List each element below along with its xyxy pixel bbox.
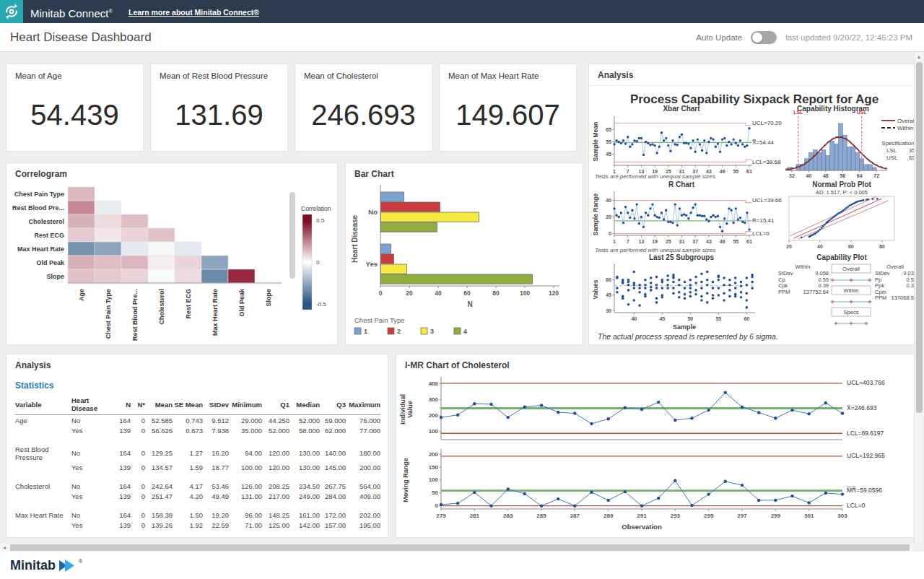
minitab-connect-logo[interactable] bbox=[0, 0, 23, 23]
svg-text:Chest Pain Type: Chest Pain Type bbox=[14, 191, 64, 198]
svg-text:45: 45 bbox=[606, 152, 611, 157]
stat-cell: 200.00 bbox=[346, 462, 380, 472]
stat-cell: 284.00 bbox=[320, 491, 346, 501]
svg-text:Within: Within bbox=[796, 264, 811, 270]
stat-variable: Max Heart Rate bbox=[15, 510, 71, 520]
stats-col-header: N bbox=[113, 395, 131, 415]
svg-text:2: 2 bbox=[397, 328, 401, 335]
vertical-scroll-thumb[interactable] bbox=[916, 62, 923, 413]
svg-text:0: 0 bbox=[435, 502, 439, 509]
learn-more-link[interactable]: Learn more about Minitab Connect® bbox=[128, 0, 259, 23]
horizontal-scroll-thumb[interactable] bbox=[10, 544, 910, 551]
svg-text:285: 285 bbox=[536, 513, 546, 519]
kpi-card-mean-max-hr: Mean of Max Heart Rate 149.607 bbox=[439, 64, 577, 152]
stat-cell: 0.673 bbox=[173, 425, 203, 435]
svg-text:USL: USL bbox=[857, 110, 868, 115]
svg-text:61: 61 bbox=[746, 169, 752, 174]
svg-text:49: 49 bbox=[720, 169, 725, 174]
svg-text:R̄=15.41: R̄=15.41 bbox=[752, 217, 775, 224]
stat-cell: 22.59 bbox=[203, 520, 229, 530]
svg-text:Sample: Sample bbox=[673, 323, 696, 331]
svg-text:303: 303 bbox=[837, 513, 847, 519]
page-footer: Minitab ® bbox=[0, 552, 924, 579]
svg-text:Cholesterol: Cholesterol bbox=[158, 289, 165, 325]
stat-cell: 96.00 bbox=[229, 510, 262, 520]
svg-text:100: 100 bbox=[520, 290, 530, 297]
svg-text:Specs: Specs bbox=[844, 309, 859, 315]
header-controls: Auto Update last updated 9/20/22, 12:45:… bbox=[696, 23, 912, 52]
svg-text:Age: Age bbox=[78, 289, 85, 301]
kpi-value: 149.607 bbox=[440, 99, 576, 131]
stat-cell: 139 bbox=[113, 520, 131, 530]
stat-variable bbox=[15, 425, 71, 435]
minitab-footer-logo: Minitab ® bbox=[10, 558, 82, 573]
kpi-value: 131.69 bbox=[151, 99, 287, 131]
svg-text:7: 7 bbox=[627, 239, 629, 244]
svg-text:56: 56 bbox=[840, 173, 845, 178]
stats-col-header: Mean bbox=[145, 395, 173, 415]
stat-variable bbox=[15, 491, 71, 501]
stat-cell: 94.00 bbox=[229, 444, 262, 462]
statistics-heading: Statistics bbox=[15, 380, 53, 391]
sixpack-svg: Process Capability Sixpack Report for Ag… bbox=[589, 86, 920, 344]
stats-col-header: Median bbox=[289, 395, 320, 415]
svg-text:R Chart: R Chart bbox=[668, 180, 695, 188]
stat-cell: 126.00 bbox=[229, 481, 262, 491]
panel-title: Analysis bbox=[15, 360, 51, 370]
table-row: Yes139056.6260.6737.93835.00052.00058.00… bbox=[15, 425, 380, 435]
stat-cell: 0 bbox=[131, 444, 145, 462]
stat-cell: 1.50 bbox=[173, 510, 203, 520]
svg-text:Tests are performed with unequ: Tests are performed with unequal sample … bbox=[595, 173, 717, 180]
svg-text:287: 287 bbox=[570, 513, 580, 519]
svg-text:Values: Values bbox=[592, 279, 599, 299]
svg-text:40: 40 bbox=[606, 198, 611, 203]
horizontal-scrollbar[interactable]: ◄ bbox=[0, 544, 912, 552]
sync-gear-icon bbox=[3, 3, 20, 20]
auto-update-toggle[interactable] bbox=[751, 31, 777, 44]
page-header: Heart Disease Dashboard Auto Update last… bbox=[0, 23, 924, 52]
stat-cell: 139 bbox=[113, 425, 131, 435]
svg-text:LCL=0: LCL=0 bbox=[847, 502, 866, 509]
svg-text:1: 1 bbox=[613, 239, 616, 244]
svg-text:1: 1 bbox=[364, 328, 367, 335]
analysis-statistics-panel: Analysis Statistics VariableHeart Diseas… bbox=[6, 354, 388, 538]
correlogram-panel: Correlogram Chest Pain TypeRest Blood Pr… bbox=[6, 162, 338, 345]
stat-cell: 142.00 bbox=[289, 520, 320, 530]
stat-cell: 130.00 bbox=[289, 444, 320, 462]
stat-cell: 564.00 bbox=[346, 481, 380, 491]
svg-text:X̿=54.44: X̿=54.44 bbox=[752, 139, 775, 146]
vertical-scrollbar[interactable]: ▲ bbox=[914, 52, 923, 544]
stat-cell: 140.00 bbox=[320, 444, 346, 462]
registered-mark: ® bbox=[108, 9, 112, 14]
stat-cell: 52.585 bbox=[145, 415, 173, 426]
stat-cell: No bbox=[71, 415, 113, 426]
scroll-up-arrow-icon[interactable]: ▲ bbox=[915, 52, 923, 61]
svg-text:Chest Pain Type: Chest Pain Type bbox=[105, 289, 112, 339]
registered-mark: ® bbox=[79, 559, 82, 564]
svg-text:80: 80 bbox=[879, 244, 885, 249]
svg-text:200: 200 bbox=[429, 451, 439, 458]
svg-text:150: 150 bbox=[429, 464, 439, 471]
svg-text:Rest ECG: Rest ECG bbox=[34, 232, 64, 239]
svg-text:283: 283 bbox=[503, 513, 513, 519]
scroll-left-arrow-icon[interactable]: ◄ bbox=[0, 544, 9, 552]
stat-cell: 134.57 bbox=[145, 462, 173, 472]
stat-cell: 120.00 bbox=[262, 444, 289, 462]
stat-cell: 129.25 bbox=[145, 444, 173, 462]
svg-text:Sample Range: Sample Range bbox=[592, 193, 599, 235]
stats-col-header: Maximum bbox=[346, 395, 380, 415]
stats-col-header: Variable bbox=[15, 395, 71, 415]
spacer-row bbox=[15, 472, 380, 481]
kpi-label: Mean of Age bbox=[15, 71, 62, 80]
imr-svg: 100200300400UCL=403.766X̄=246.693LCL=89.… bbox=[396, 373, 919, 539]
svg-text:Tests are performed with unequ: Tests are performed with unequal sample … bbox=[595, 247, 717, 253]
stat-cell: 0 bbox=[131, 520, 145, 530]
svg-text:289: 289 bbox=[603, 513, 614, 519]
svg-text:Cholesterol: Cholesterol bbox=[28, 218, 64, 225]
table-row: CholesterolNo1640242.644.1753.46126.0020… bbox=[15, 481, 380, 491]
svg-text:LSL: LSL bbox=[886, 147, 897, 154]
stat-cell: 164 bbox=[113, 444, 131, 462]
svg-text:60: 60 bbox=[744, 316, 749, 321]
stat-cell: 59.000 bbox=[320, 415, 346, 426]
toggle-knob bbox=[752, 32, 762, 43]
